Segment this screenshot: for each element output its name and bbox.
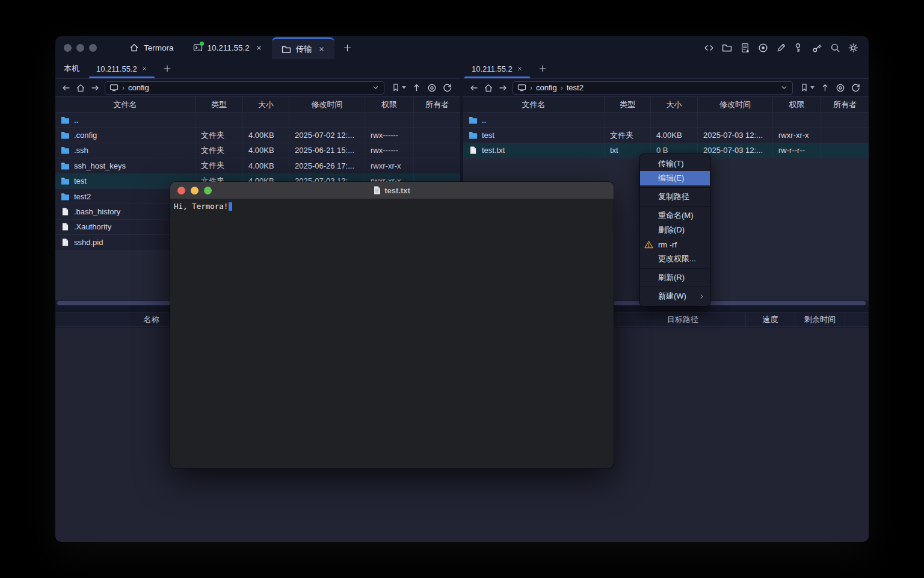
column-header-perms[interactable]: 权限 <box>773 97 821 112</box>
menu-item-new[interactable]: 新建(W) <box>640 289 710 303</box>
bookmark-icon[interactable] <box>392 83 400 92</box>
chevron-down-icon[interactable] <box>780 84 788 92</box>
menu-item-copy-path[interactable]: 复制路径 <box>640 190 710 204</box>
path-segment[interactable]: config <box>536 83 557 92</box>
table-row[interactable]: .. <box>55 113 460 128</box>
show-hidden-files-icon[interactable] <box>836 83 845 93</box>
right-pane-tab-bar: 10.211.55.2 <box>463 59 869 79</box>
left-path-toolbar: › config <box>55 79 460 96</box>
column-header-remaining-time[interactable]: 剩余时间 <box>795 313 845 326</box>
tab-label: 10.211.55.2 <box>208 43 250 52</box>
path-segment[interactable]: test2 <box>567 83 584 92</box>
pane-tab-local[interactable]: 本机 <box>55 59 88 78</box>
edit-icon[interactable] <box>776 43 786 53</box>
column-header-modified[interactable]: 修改时间 <box>698 97 773 112</box>
chevron-down-icon[interactable] <box>372 84 380 92</box>
menu-item-delete[interactable]: 删除(D) <box>640 223 710 237</box>
menu-item-rm-rf[interactable]: rm -rf <box>640 237 710 252</box>
column-header-target-path[interactable]: 目标路径 <box>620 313 746 326</box>
new-tab-button[interactable] <box>334 36 360 59</box>
column-header-owner[interactable]: 所有者 <box>414 97 460 112</box>
forward-icon[interactable] <box>90 83 100 93</box>
bookmark-dropdown-icon[interactable] <box>402 86 406 89</box>
refresh-icon[interactable] <box>443 83 452 92</box>
column-header-size[interactable]: 大小 <box>651 97 698 112</box>
close-tab-icon[interactable] <box>318 46 325 52</box>
log-icon[interactable] <box>740 43 750 53</box>
upload-icon[interactable] <box>412 83 421 92</box>
table-row[interactable]: .ssh 文件夹4.00KB2025-06-21 15:...rwx------ <box>55 143 460 158</box>
tab-label: Termora <box>144 43 174 52</box>
editor-content[interactable]: Hi, Termora! <box>170 199 614 214</box>
file-context-menu: 传输(T) 编辑(E) 复制路径 重命名(M) 删除(D) rm -rf 更改权… <box>639 154 710 306</box>
table-row[interactable]: .. <box>463 113 869 128</box>
column-header-speed[interactable]: 速度 <box>746 313 795 326</box>
maximize-window-button[interactable] <box>89 44 97 52</box>
table-row[interactable]: .config 文件夹4.00KB2025-07-02 12:...rwx---… <box>55 128 460 143</box>
search-icon[interactable] <box>830 43 840 53</box>
close-tab-icon[interactable] <box>517 66 523 72</box>
file-icon <box>469 146 478 154</box>
bookmark-dropdown-icon[interactable] <box>810 86 815 89</box>
back-icon[interactable] <box>61 83 71 93</box>
back-icon[interactable] <box>469 83 479 93</box>
path-segment[interactable]: config <box>128 83 149 92</box>
window-controls <box>55 36 105 59</box>
minimize-window-button[interactable] <box>76 44 84 52</box>
maximize-window-button[interactable] <box>204 187 212 194</box>
new-pane-tab-button[interactable] <box>156 59 179 78</box>
menu-item-chmod[interactable]: 更改权限... <box>640 252 710 266</box>
file-icon <box>61 208 70 216</box>
menu-item-rename[interactable]: 重命名(M) <box>640 208 710 223</box>
pane-tab-remote[interactable]: 10.211.55.2 <box>463 59 531 78</box>
code-icon[interactable] <box>704 43 714 53</box>
record-icon[interactable] <box>758 43 768 53</box>
table-row[interactable]: test 文件夹4.00KB2025-07-03 12:...rwxr-xr-x <box>463 128 869 143</box>
tab-ssh-session[interactable]: 10.211.55.2 <box>183 36 272 59</box>
menu-separator <box>640 206 710 207</box>
folder-icon <box>61 146 70 154</box>
folder-icon[interactable] <box>722 43 732 53</box>
keychain-icon[interactable] <box>812 43 822 53</box>
close-window-button[interactable] <box>64 44 72 52</box>
left-pane-tab-bar: 本机 10.211.55.2 <box>55 59 460 79</box>
new-pane-tab-button[interactable] <box>531 59 554 78</box>
editor-window-controls <box>170 187 212 194</box>
menu-item-edit[interactable]: 编辑(E) <box>640 171 710 185</box>
warning-icon <box>644 240 653 249</box>
home-icon[interactable] <box>484 83 493 93</box>
editor-titlebar[interactable]: test.txt <box>170 182 614 199</box>
bookmark-icon[interactable] <box>800 83 808 92</box>
column-header-type[interactable]: 类型 <box>605 97 651 112</box>
path-input[interactable]: › config › test2 <box>513 81 793 95</box>
close-window-button[interactable] <box>177 187 185 194</box>
home-icon[interactable] <box>76 83 85 93</box>
menu-item-transfer[interactable]: 传输(T) <box>640 157 710 171</box>
table-row[interactable]: ssh_host_keys 文件夹4.00KB2025-06-26 17:...… <box>55 158 460 173</box>
column-header-modified[interactable]: 修改时间 <box>289 97 365 112</box>
column-header-size[interactable]: 大小 <box>243 97 289 112</box>
tab-transfer[interactable]: 传输 <box>272 37 334 59</box>
column-header-name[interactable]: 文件名 <box>55 97 196 112</box>
tab-label: 10.211.55.2 <box>96 64 137 73</box>
main-tab-bar: Termora 10.211.55.2 传输 <box>120 36 360 59</box>
pane-tab-remote[interactable]: 10.211.55.2 <box>88 59 156 78</box>
tab-termora-home[interactable]: Termora <box>120 36 183 59</box>
column-header-perms[interactable]: 权限 <box>365 97 414 112</box>
text-cursor <box>229 202 232 211</box>
settings-icon[interactable] <box>848 43 858 53</box>
text-editor-window: test.txt Hi, Termora! <box>170 182 614 468</box>
minimize-window-button[interactable] <box>191 187 199 194</box>
refresh-icon[interactable] <box>851 83 860 92</box>
menu-item-refresh[interactable]: 刷新(R) <box>640 270 710 285</box>
forward-icon[interactable] <box>498 83 508 93</box>
close-tab-icon[interactable] <box>256 45 262 51</box>
path-input[interactable]: › config <box>105 81 384 95</box>
key-icon[interactable] <box>794 43 804 53</box>
column-header-type[interactable]: 类型 <box>196 97 243 112</box>
column-header-owner[interactable]: 所有者 <box>821 97 869 112</box>
close-tab-icon[interactable] <box>141 66 147 72</box>
upload-icon[interactable] <box>821 83 830 92</box>
show-hidden-files-icon[interactable] <box>427 83 437 93</box>
column-header-name[interactable]: 文件名 <box>463 97 605 112</box>
